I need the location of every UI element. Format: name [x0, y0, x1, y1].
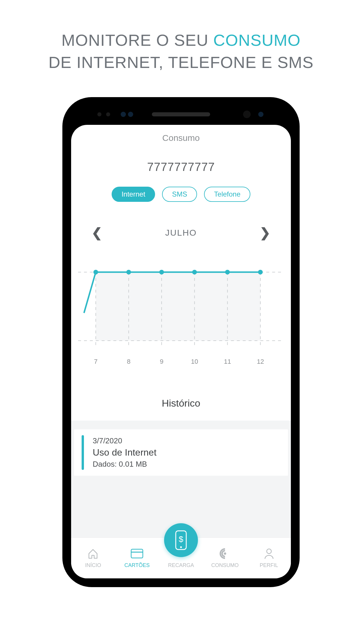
history-accent-bar: [82, 435, 84, 470]
x-tick: 9: [160, 358, 164, 365]
prev-month-button[interactable]: ❮: [92, 225, 102, 240]
x-tick: 11: [224, 358, 231, 365]
device-mock: Consumo 7777777777 Internet SMS Telefone…: [62, 97, 300, 587]
svg-point-21: [267, 549, 271, 554]
history-item-date: 3/7/2020: [93, 436, 157, 445]
svg-point-12: [192, 270, 197, 274]
card-icon: [131, 547, 143, 560]
history-list: 3/7/2020 Uso de Internet Dados: 0.01 MB: [71, 421, 291, 538]
promo-headline: MONITORE O SEU CONSUMO DE INTERNET, TELE…: [0, 0, 362, 73]
x-tick: 7: [94, 358, 98, 365]
nav-consumo[interactable]: CONSUMO: [203, 547, 247, 568]
history-item-description: Uso de Internet: [93, 447, 157, 458]
svg-point-16: [180, 546, 182, 548]
page-title: Consumo: [71, 133, 291, 143]
svg-point-11: [159, 270, 164, 274]
promo-line1-accent: CONSUMO: [213, 31, 301, 49]
tab-sms[interactable]: SMS: [162, 187, 197, 202]
history-item-detail: Dados: 0.01 MB: [93, 460, 157, 469]
category-tabs: Internet SMS Telefone: [71, 187, 291, 202]
tab-telefone[interactable]: Telefone: [204, 187, 250, 202]
svg-rect-0: [96, 272, 261, 341]
promo-line2: DE INTERNET, TELEFONE E SMS: [48, 53, 314, 71]
nav-label: CARTÕES: [124, 562, 150, 568]
x-tick: 12: [257, 358, 264, 365]
next-month-button[interactable]: ❯: [260, 225, 270, 240]
home-icon: [87, 547, 99, 560]
month-label: JULHO: [165, 228, 197, 238]
svg-point-14: [258, 270, 263, 274]
signal-icon: [219, 547, 231, 560]
history-title: Histórico: [71, 398, 291, 409]
tab-internet[interactable]: Internet: [112, 187, 155, 202]
usage-chart: 7 8 9 10 11 12: [78, 260, 284, 351]
nav-label: INÍCIO: [85, 562, 101, 568]
svg-rect-18: [131, 549, 143, 558]
recharge-fab[interactable]: $: [164, 523, 198, 557]
profile-icon: [264, 547, 274, 560]
svg-point-20: [224, 552, 226, 555]
svg-text:$: $: [179, 535, 183, 544]
promo-line1-pre: MONITORE O SEU: [61, 31, 213, 49]
svg-point-9: [93, 270, 98, 274]
phone-dollar-icon: $: [172, 530, 190, 551]
history-item[interactable]: 3/7/2020 Uso de Internet Dados: 0.01 MB: [74, 429, 288, 476]
screen: Consumo 7777777777 Internet SMS Telefone…: [71, 125, 291, 578]
svg-point-13: [225, 270, 230, 274]
nav-label: RECARGA: [168, 562, 194, 568]
bottom-nav: $ INÍCIO CARTÕES RECARGA: [71, 538, 291, 578]
phone-number: 7777777777: [71, 160, 291, 174]
nav-perfil[interactable]: PERFIL: [247, 547, 291, 568]
nav-label: CONSUMO: [211, 562, 239, 568]
month-navigator: ❮ JULHO ❯: [71, 225, 291, 240]
x-tick: 8: [127, 358, 131, 365]
nav-cartoes[interactable]: CARTÕES: [115, 547, 159, 568]
svg-point-10: [126, 270, 131, 274]
nav-inicio[interactable]: INÍCIO: [71, 547, 115, 568]
x-tick: 10: [191, 358, 198, 365]
nav-label: PERFIL: [260, 562, 278, 568]
